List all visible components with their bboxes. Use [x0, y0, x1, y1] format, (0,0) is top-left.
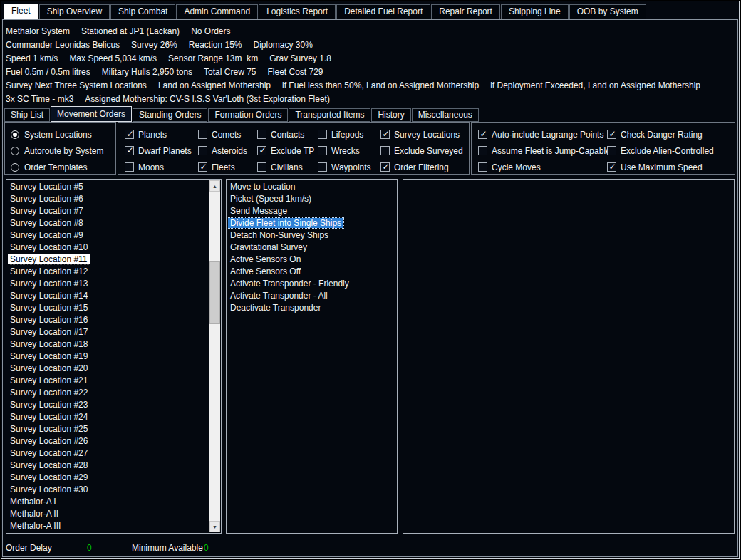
order-item[interactable]: Activate Transponder - Friendly [228, 278, 395, 290]
location-item[interactable]: Survey Location #9 [8, 229, 209, 242]
main-tab[interactable]: Shipping Line [501, 4, 569, 19]
location-item[interactable]: Methalor-A I [8, 496, 209, 508]
checkbox-icon [380, 162, 390, 172]
sub-tab[interactable]: Ship List [4, 108, 50, 122]
filter-checkbox[interactable]: Wrecks [318, 142, 371, 159]
order-item[interactable]: Active Sensors Off [228, 266, 395, 278]
radio-icon [11, 147, 19, 155]
checkbox-label: Auto-include Lagrange Points [492, 130, 603, 140]
main-tab[interactable]: Ship Combat [110, 4, 175, 19]
location-item[interactable]: Survey Location #11 [8, 254, 209, 266]
main-tab[interactable]: Ship Overview [39, 4, 110, 19]
main-tab[interactable]: Logistics Report [259, 4, 336, 19]
option-checkbox[interactable]: Assume Fleet is Jump-Capable [478, 142, 611, 159]
main-tab[interactable]: Detailed Fuel Report [336, 4, 430, 19]
location-item[interactable]: Survey Location #7 [8, 205, 209, 217]
filter-checkbox[interactable]: Lifepods [318, 126, 371, 142]
checkbox-icon [125, 162, 134, 172]
summary-segment: Methalor System [6, 26, 70, 36]
filter-checkbox[interactable]: Civilians [257, 159, 314, 175]
filter-checkbox[interactable]: Planets [125, 126, 192, 142]
filter-checkbox[interactable]: Asteroids [198, 142, 247, 159]
checkbox-icon [257, 162, 266, 172]
sub-tab[interactable]: Transported Items [289, 108, 370, 122]
filter-checkbox[interactable]: Moons [125, 159, 192, 175]
location-item[interactable]: Survey Location #23 [8, 399, 209, 411]
location-item[interactable]: Survey Location #15 [8, 302, 209, 314]
radio-option[interactable]: Autoroute by System [11, 142, 103, 159]
location-item[interactable]: Survey Location #18 [8, 338, 209, 351]
order-item[interactable]: Gravitational Survey [228, 242, 395, 254]
filter-checkbox[interactable]: Order Filtering [380, 159, 463, 175]
location-item[interactable]: Survey Location #13 [8, 278, 209, 290]
filter-checkbox[interactable]: Exclude TP [257, 142, 314, 159]
location-item[interactable]: Survey Location #22 [8, 387, 209, 399]
scrollbar-track[interactable] [209, 192, 220, 521]
checkbox-icon [380, 130, 390, 139]
options-column-2: Check Danger Rating Exclude Alien-Contro… [607, 126, 714, 175]
option-checkbox[interactable]: Check Danger Rating [607, 126, 714, 142]
scroll-up-icon[interactable]: ▲ [209, 180, 220, 192]
location-item[interactable]: Survey Location #19 [8, 351, 209, 363]
main-tab[interactable]: Fleet [4, 4, 38, 19]
location-item[interactable]: Survey Location #16 [8, 314, 209, 326]
checkbox-icon [478, 146, 487, 155]
location-item[interactable]: Survey Location #5 [8, 181, 209, 193]
location-item[interactable]: Survey Location #24 [8, 411, 209, 423]
location-item[interactable]: Survey Location #17 [8, 326, 209, 338]
fleet-summary: Methalor SystemStationed at JP1 (Lackan)… [6, 24, 735, 105]
main-tab[interactable]: OOB by System [569, 4, 646, 19]
order-item[interactable]: Picket (Speed 1km/s) [228, 193, 395, 205]
scrollbar-thumb[interactable] [209, 261, 220, 324]
order-item[interactable]: Send Message [228, 205, 395, 217]
system-locations-list[interactable]: Survey Location #5 Survey Location #6 Su… [6, 179, 222, 534]
radio-option[interactable]: System Locations [11, 126, 103, 142]
location-item[interactable]: Survey Location #14 [8, 290, 209, 302]
location-item[interactable]: Survey Location #20 [8, 363, 209, 375]
option-checkbox[interactable]: Cycle Moves [478, 159, 611, 175]
main-tab[interactable]: Repair Report [431, 4, 500, 19]
options-column-1: Auto-include Lagrange Points Assume Flee… [478, 126, 611, 175]
filter-checkbox[interactable]: Fleets [198, 159, 247, 175]
sub-tab[interactable]: History [371, 108, 410, 122]
location-item[interactable]: Survey Location #29 [8, 472, 209, 484]
location-item[interactable]: Methalor-A III [8, 520, 209, 532]
sub-tab[interactable]: Miscellaneous [412, 108, 479, 122]
location-item[interactable]: Survey Location #12 [8, 266, 209, 278]
location-item[interactable]: Survey Location #25 [8, 423, 209, 435]
location-item[interactable]: Survey Location #26 [8, 435, 209, 447]
scroll-down-icon[interactable]: ▼ [209, 521, 220, 532]
filter-checkbox[interactable]: Waypoints [318, 159, 371, 175]
sub-tab[interactable]: Movement Orders [51, 106, 132, 122]
radio-option[interactable]: Order Templates [11, 159, 103, 175]
filter-checkbox[interactable]: Comets [198, 126, 247, 142]
location-item[interactable]: Survey Location #28 [8, 460, 209, 472]
location-item[interactable]: Survey Location #27 [8, 447, 209, 460]
filter-checkbox[interactable]: Exclude Surveyed [380, 142, 463, 159]
assigned-orders-list[interactable] [403, 179, 735, 534]
filter-checkbox[interactable]: Contacts [257, 126, 314, 142]
location-item[interactable]: Methalor-A II [8, 508, 209, 520]
sub-tab[interactable]: Standing Orders [133, 108, 207, 122]
vertical-scrollbar[interactable]: ▲ ▼ [209, 180, 220, 532]
filter-checkbox[interactable]: Dwarf Planets [125, 142, 192, 159]
location-item[interactable]: Survey Location #10 [8, 242, 209, 254]
option-checkbox[interactable]: Auto-include Lagrange Points [478, 126, 611, 142]
order-item[interactable]: Divide Fleet into Single Ships [228, 217, 395, 229]
order-item[interactable]: Detach Non-Survey Ships [228, 229, 395, 242]
location-item[interactable]: Survey Location #21 [8, 375, 209, 387]
location-item[interactable]: Survey Location #30 [8, 484, 209, 496]
location-item[interactable]: Survey Location #6 [8, 193, 209, 205]
option-checkbox[interactable]: Exclude Alien-Controlled [607, 142, 714, 159]
order-item[interactable]: Active Sensors On [228, 254, 395, 266]
filter-checkbox[interactable]: Survey Locations [380, 126, 463, 142]
order-item[interactable]: Activate Transponder - All [228, 290, 395, 302]
order-item[interactable]: Deactivate Transponder [228, 302, 395, 314]
main-tab[interactable]: Admin Command [176, 4, 258, 19]
sub-tab[interactable]: Formation Orders [208, 108, 288, 122]
location-item[interactable]: Survey Location #8 [8, 217, 209, 229]
summary-segment: Diplomacy 30% [254, 40, 313, 50]
order-item[interactable]: Move to Location [228, 181, 395, 193]
option-checkbox[interactable]: Use Maximum Speed [607, 159, 714, 175]
available-orders-list[interactable]: Move to Location Picket (Speed 1km/s) Se… [226, 179, 398, 534]
